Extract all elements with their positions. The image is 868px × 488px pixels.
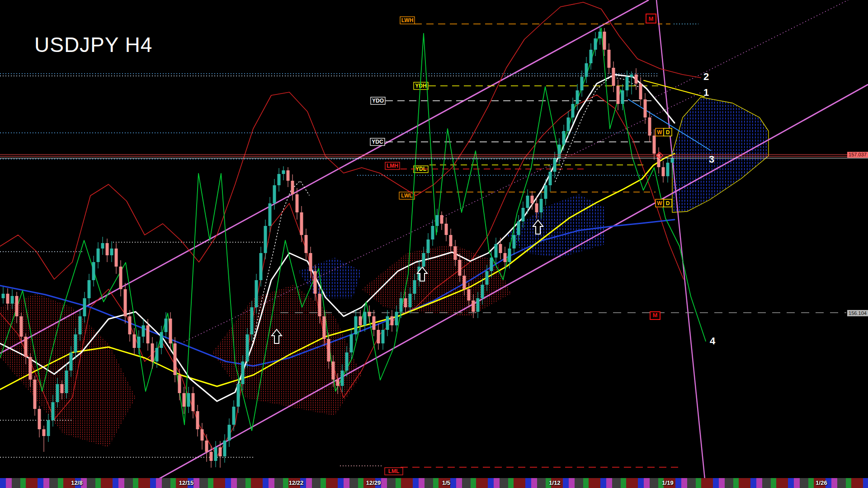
candle-body (151, 343, 154, 361)
candle-body (404, 298, 407, 307)
candle-body (305, 235, 308, 253)
candle-body (314, 271, 317, 294)
candle-body (526, 196, 529, 208)
candle-body (237, 384, 240, 407)
candle-body (187, 393, 190, 407)
candle-body (422, 253, 425, 267)
weekly-daily-pivot-boxes[interactable]: WD (656, 128, 672, 136)
candle-body (88, 280, 91, 298)
candle-body (29, 357, 32, 380)
candle-body (52, 402, 55, 420)
candle-body (454, 246, 457, 260)
candle-body (499, 244, 502, 253)
candle-body (354, 316, 358, 334)
svg-text:D: D (666, 200, 670, 206)
candle-body (133, 334, 136, 348)
candle-body (296, 194, 299, 212)
candle-body (250, 307, 254, 334)
candle-body (97, 249, 100, 262)
svg-text:D: D (666, 129, 670, 136)
candle-body (156, 348, 159, 361)
candle-body (644, 99, 647, 117)
x-axis-date: 12/8 (71, 479, 82, 486)
candle-body (106, 243, 109, 255)
candle-body (594, 38, 597, 50)
candle-body (341, 371, 344, 386)
svg-text:YDC: YDC (372, 139, 383, 145)
candle-body (535, 203, 538, 212)
candle-body (350, 334, 353, 352)
candle-body (612, 68, 615, 86)
svg-text:LWL: LWL (401, 192, 412, 199)
candle-body (571, 104, 575, 117)
candle-body (287, 170, 290, 181)
candle-body (214, 447, 217, 461)
candle-body (165, 319, 168, 332)
candle-body (241, 361, 245, 384)
svg-text:M: M (649, 15, 654, 22)
candle-body (219, 447, 222, 456)
candle-body (110, 249, 113, 255)
candle-body (323, 316, 326, 339)
candle-body (481, 285, 484, 298)
candle-body (33, 380, 37, 409)
candle-body (608, 50, 611, 68)
monthly-pivot-box[interactable]: M (646, 14, 656, 23)
candle-body (549, 172, 552, 185)
level-label-YDC[interactable]: YDC (370, 138, 385, 145)
candle-body (61, 384, 64, 393)
level-label-YDO[interactable]: YDO (371, 97, 385, 104)
candle-body (228, 425, 231, 441)
candle-body (160, 332, 163, 348)
level-label-LMH[interactable]: LMH (385, 162, 400, 169)
candle-body (621, 90, 624, 104)
price-chart[interactable]: LWHYDHYDOYDCYDLLMHLWLLML157.037156.104MM… (0, 0, 868, 488)
monthly-pivot-box[interactable]: M (650, 312, 660, 319)
candle-body (278, 174, 281, 185)
candle-body (567, 117, 570, 131)
level-label-LML[interactable]: LML (385, 468, 403, 475)
wave-number-2: 2 (703, 71, 709, 82)
candle-body (630, 75, 633, 77)
candle-body (79, 316, 82, 334)
candle-body (666, 163, 670, 176)
date-axis-ribbon: 12/812/1512/2212/291/51/121/191/26 (0, 478, 868, 488)
x-axis-date: 12/22 (289, 479, 304, 486)
candle-body (368, 312, 371, 316)
candle-body (458, 260, 462, 276)
candle-body (400, 298, 403, 312)
svg-text:LMH: LMH (387, 163, 398, 169)
level-label-YDH[interactable]: YDH (414, 82, 428, 89)
candle-body (599, 32, 602, 38)
candle-body (635, 75, 638, 84)
svg-text:LWH: LWH (401, 17, 414, 23)
candle-body (377, 330, 380, 343)
chart-symbol-title: USDJPY H4 (34, 33, 152, 57)
candle-body (671, 158, 674, 163)
weekly-daily-pivot-boxes[interactable]: WD (656, 199, 672, 207)
candle-body (504, 253, 507, 262)
candle-body (318, 294, 321, 316)
candle-body (65, 371, 68, 393)
candle-body (282, 170, 285, 174)
candle-body (657, 154, 660, 167)
wave-number-3: 3 (709, 154, 714, 165)
candle-body (386, 316, 389, 330)
x-axis-date: 1/19 (662, 479, 673, 486)
candle-body (124, 289, 127, 316)
candle-body (603, 32, 606, 50)
candle-body (413, 280, 416, 294)
candle-body (273, 185, 276, 203)
level-label-LWH[interactable]: LWH (400, 17, 415, 24)
candle-body (449, 235, 453, 246)
candle-body (56, 384, 59, 402)
candle-body (495, 244, 498, 258)
x-axis-date: 1/5 (442, 479, 450, 486)
candle-body (544, 185, 547, 199)
candle-body (391, 316, 394, 325)
candle-body (540, 199, 543, 212)
candle-body (309, 253, 312, 271)
candle-body (580, 77, 584, 90)
candle-body (553, 158, 557, 172)
candle-body (264, 226, 267, 253)
